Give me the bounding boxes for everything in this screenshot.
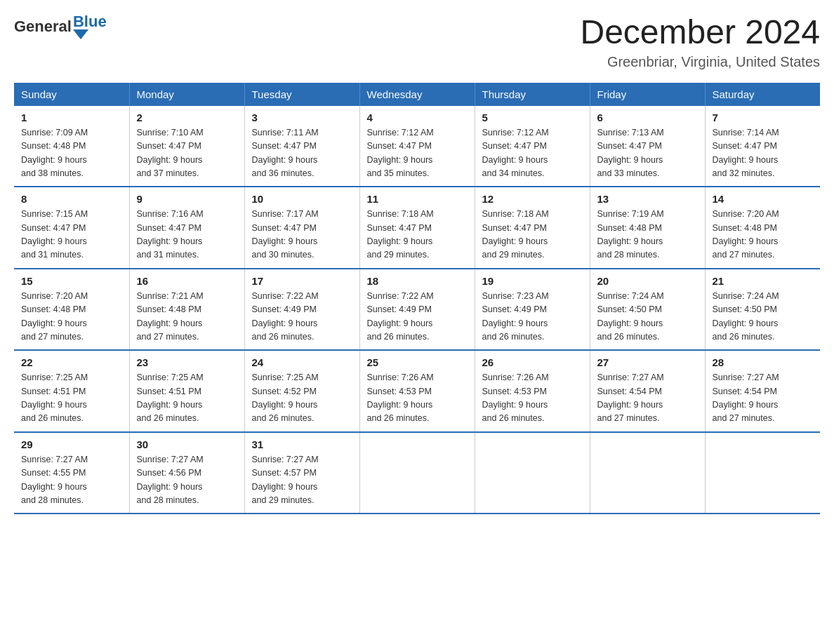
calendar-week-row: 8 Sunrise: 7:15 AM Sunset: 4:47 PM Dayli…	[14, 187, 820, 269]
day-info: Sunrise: 7:14 AM Sunset: 4:47 PM Dayligh…	[713, 126, 814, 181]
day-info: Sunrise: 7:09 AM Sunset: 4:48 PM Dayligh…	[21, 126, 122, 181]
day-info: Sunrise: 7:25 AM Sunset: 4:51 PM Dayligh…	[21, 371, 122, 426]
day-info: Sunrise: 7:22 AM Sunset: 4:49 PM Dayligh…	[367, 290, 468, 344]
table-row: 19 Sunrise: 7:23 AM Sunset: 4:49 PM Dayl…	[475, 269, 590, 351]
day-number: 15	[21, 275, 122, 287]
table-row: 10 Sunrise: 7:17 AM Sunset: 4:47 PM Dayl…	[244, 187, 359, 269]
day-info: Sunrise: 7:27 AM Sunset: 4:54 PM Dayligh…	[713, 371, 814, 426]
day-info: Sunrise: 7:24 AM Sunset: 4:50 PM Dayligh…	[713, 290, 814, 344]
table-row: 29 Sunrise: 7:27 AM Sunset: 4:55 PM Dayl…	[14, 432, 129, 514]
day-info: Sunrise: 7:27 AM Sunset: 4:57 PM Dayligh…	[252, 453, 352, 508]
calendar-week-row: 29 Sunrise: 7:27 AM Sunset: 4:55 PM Dayl…	[14, 432, 820, 514]
day-number: 27	[597, 356, 698, 368]
day-number: 7	[713, 112, 814, 123]
day-info: Sunrise: 7:25 AM Sunset: 4:51 PM Dayligh…	[137, 371, 237, 426]
table-row: 25 Sunrise: 7:26 AM Sunset: 4:53 PM Dayl…	[359, 350, 475, 432]
day-number: 29	[21, 438, 122, 450]
table-row: 17 Sunrise: 7:22 AM Sunset: 4:49 PM Dayl…	[244, 269, 359, 351]
day-number: 31	[252, 438, 352, 450]
day-info: Sunrise: 7:18 AM Sunset: 4:47 PM Dayligh…	[367, 208, 468, 262]
day-info: Sunrise: 7:20 AM Sunset: 4:48 PM Dayligh…	[21, 290, 122, 344]
table-row: 26 Sunrise: 7:26 AM Sunset: 4:53 PM Dayl…	[475, 350, 590, 432]
day-info: Sunrise: 7:27 AM Sunset: 4:56 PM Dayligh…	[137, 453, 237, 508]
page-header: General Blue December 2024 Greenbriar, V…	[14, 14, 820, 70]
day-info: Sunrise: 7:22 AM Sunset: 4:49 PM Dayligh…	[252, 290, 352, 344]
calendar-header-row: Sunday Monday Tuesday Wednesday Thursday…	[14, 83, 820, 106]
table-row: 24 Sunrise: 7:25 AM Sunset: 4:52 PM Dayl…	[244, 350, 359, 432]
table-row: 6 Sunrise: 7:13 AM Sunset: 4:47 PM Dayli…	[590, 106, 705, 187]
day-number: 6	[597, 112, 698, 123]
day-number: 23	[137, 356, 237, 368]
day-number: 5	[482, 112, 583, 123]
day-number: 2	[137, 112, 237, 123]
table-row: 22 Sunrise: 7:25 AM Sunset: 4:51 PM Dayl…	[14, 350, 129, 432]
table-row: 21 Sunrise: 7:24 AM Sunset: 4:50 PM Dayl…	[705, 269, 820, 351]
day-number: 1	[21, 112, 122, 123]
day-number: 25	[367, 356, 468, 368]
day-info: Sunrise: 7:27 AM Sunset: 4:54 PM Dayligh…	[597, 371, 698, 426]
table-row: 16 Sunrise: 7:21 AM Sunset: 4:48 PM Dayl…	[129, 269, 244, 351]
day-info: Sunrise: 7:17 AM Sunset: 4:47 PM Dayligh…	[252, 208, 352, 262]
day-info: Sunrise: 7:21 AM Sunset: 4:48 PM Dayligh…	[137, 290, 237, 344]
day-info: Sunrise: 7:12 AM Sunset: 4:47 PM Dayligh…	[367, 126, 468, 181]
day-number: 10	[252, 193, 352, 205]
day-number: 4	[367, 112, 468, 123]
calendar-week-row: 1 Sunrise: 7:09 AM Sunset: 4:48 PM Dayli…	[14, 106, 820, 187]
svg-marker-0	[73, 29, 88, 39]
day-info: Sunrise: 7:12 AM Sunset: 4:47 PM Dayligh…	[482, 126, 583, 181]
table-row: 18 Sunrise: 7:22 AM Sunset: 4:49 PM Dayl…	[359, 269, 475, 351]
day-number: 21	[713, 275, 814, 287]
calendar-week-row: 22 Sunrise: 7:25 AM Sunset: 4:51 PM Dayl…	[14, 350, 820, 432]
day-info: Sunrise: 7:26 AM Sunset: 4:53 PM Dayligh…	[482, 371, 583, 426]
day-number: 18	[367, 275, 468, 287]
day-number: 16	[137, 275, 237, 287]
logo-general: General	[14, 18, 72, 35]
table-row: 3 Sunrise: 7:11 AM Sunset: 4:47 PM Dayli…	[244, 106, 359, 187]
table-row: 31 Sunrise: 7:27 AM Sunset: 4:57 PM Dayl…	[244, 432, 359, 514]
day-info: Sunrise: 7:15 AM Sunset: 4:47 PM Dayligh…	[21, 208, 122, 262]
table-row: 12 Sunrise: 7:18 AM Sunset: 4:47 PM Dayl…	[475, 187, 590, 269]
col-monday: Monday	[129, 83, 244, 106]
table-row: 30 Sunrise: 7:27 AM Sunset: 4:56 PM Dayl…	[129, 432, 244, 514]
day-number: 9	[137, 193, 237, 205]
day-number: 28	[713, 356, 814, 368]
col-friday: Friday	[590, 83, 705, 106]
day-number: 12	[482, 193, 583, 205]
day-info: Sunrise: 7:19 AM Sunset: 4:48 PM Dayligh…	[597, 208, 698, 262]
day-info: Sunrise: 7:16 AM Sunset: 4:47 PM Dayligh…	[137, 208, 237, 262]
location: Greenbriar, Virginia, United States	[580, 54, 820, 70]
table-row	[475, 432, 590, 514]
table-row: 2 Sunrise: 7:10 AM Sunset: 4:47 PM Dayli…	[129, 106, 244, 187]
table-row: 27 Sunrise: 7:27 AM Sunset: 4:54 PM Dayl…	[590, 350, 705, 432]
table-row: 9 Sunrise: 7:16 AM Sunset: 4:47 PM Dayli…	[129, 187, 244, 269]
calendar-table: Sunday Monday Tuesday Wednesday Thursday…	[14, 83, 820, 515]
logo-text: General Blue	[14, 14, 107, 39]
table-row: 20 Sunrise: 7:24 AM Sunset: 4:50 PM Dayl…	[590, 269, 705, 351]
day-info: Sunrise: 7:10 AM Sunset: 4:47 PM Dayligh…	[137, 126, 237, 181]
table-row: 7 Sunrise: 7:14 AM Sunset: 4:47 PM Dayli…	[705, 106, 820, 187]
table-row: 5 Sunrise: 7:12 AM Sunset: 4:47 PM Dayli…	[475, 106, 590, 187]
day-number: 3	[252, 112, 352, 123]
day-number: 26	[482, 356, 583, 368]
table-row	[590, 432, 705, 514]
table-row: 15 Sunrise: 7:20 AM Sunset: 4:48 PM Dayl…	[14, 269, 129, 351]
day-number: 19	[482, 275, 583, 287]
day-number: 24	[252, 356, 352, 368]
day-number: 30	[137, 438, 237, 450]
table-row: 13 Sunrise: 7:19 AM Sunset: 4:48 PM Dayl…	[590, 187, 705, 269]
table-row	[705, 432, 820, 514]
month-title: December 2024	[580, 14, 820, 51]
col-thursday: Thursday	[475, 83, 590, 106]
day-number: 13	[597, 193, 698, 205]
table-row: 14 Sunrise: 7:20 AM Sunset: 4:48 PM Dayl…	[705, 187, 820, 269]
day-info: Sunrise: 7:23 AM Sunset: 4:49 PM Dayligh…	[482, 290, 583, 344]
table-row: 8 Sunrise: 7:15 AM Sunset: 4:47 PM Dayli…	[14, 187, 129, 269]
calendar-week-row: 15 Sunrise: 7:20 AM Sunset: 4:48 PM Dayl…	[14, 269, 820, 351]
logo-triangle-icon	[73, 29, 88, 39]
day-number: 20	[597, 275, 698, 287]
table-row: 4 Sunrise: 7:12 AM Sunset: 4:47 PM Dayli…	[359, 106, 475, 187]
day-info: Sunrise: 7:25 AM Sunset: 4:52 PM Dayligh…	[252, 371, 352, 426]
title-block: December 2024 Greenbriar, Virginia, Unit…	[580, 14, 820, 70]
col-wednesday: Wednesday	[359, 83, 475, 106]
col-tuesday: Tuesday	[244, 83, 359, 106]
